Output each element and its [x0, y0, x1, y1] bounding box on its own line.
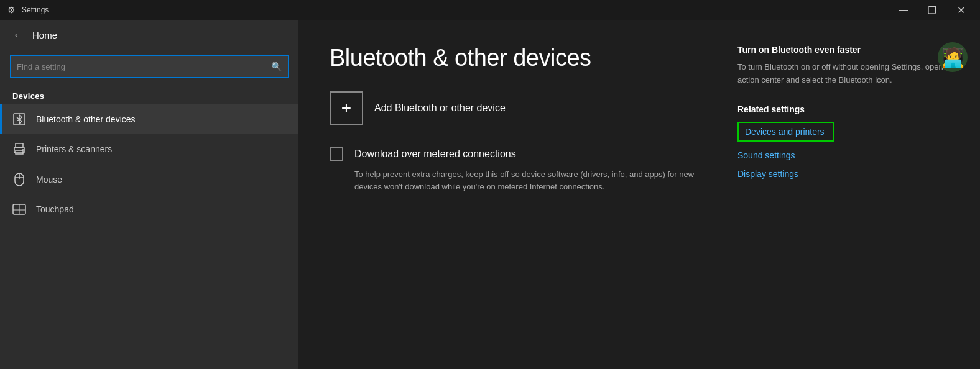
plus-icon-box: + [330, 91, 363, 125]
sidebar-item-touchpad[interactable]: Touchpad [0, 195, 298, 224]
metered-header: Download over metered connections [330, 147, 713, 161]
mouse-label: Mouse [36, 175, 62, 184]
metered-checkbox[interactable] [330, 147, 343, 161]
maximize-button[interactable]: ❐ [918, 0, 946, 20]
svg-rect-2 [16, 144, 23, 147]
main-content: Bluetooth & other devices + Add Bluetoot… [298, 20, 980, 369]
sound-settings-link[interactable]: Sound settings [737, 150, 949, 160]
touchpad-label: Touchpad [36, 204, 74, 214]
add-device-button[interactable]: + Add Bluetooth or other device [330, 91, 506, 125]
section-label: Devices [0, 85, 298, 104]
tip-title: Turn on Bluetooth even faster [737, 45, 949, 55]
add-device-label: Add Bluetooth or other device [374, 102, 506, 114]
search-icon: 🔍 [271, 62, 282, 71]
title-bar-controls: — ❐ ✕ [889, 0, 975, 20]
metered-description: To help prevent extra charges, keep this… [330, 168, 713, 193]
mouse-icon [12, 173, 26, 186]
bluetooth-label: Bluetooth & other devices [36, 114, 136, 124]
search-container: 🔍 [0, 50, 298, 85]
touchpad-icon [12, 204, 26, 215]
sidebar-item-printers[interactable]: Printers & scanners [0, 134, 298, 164]
tip-description: To turn Bluetooth on or off without open… [737, 61, 949, 87]
plus-icon: + [341, 98, 351, 118]
metered-title: Download over metered connections [354, 148, 516, 160]
metered-section: Download over metered connections To hel… [330, 147, 713, 193]
bluetooth-icon [12, 113, 26, 125]
sidebar-back-home[interactable]: ← Home [0, 20, 298, 50]
page-title: Bluetooth & other devices [330, 45, 713, 71]
close-button[interactable]: ✕ [946, 0, 975, 20]
svg-rect-3 [16, 150, 23, 154]
sidebar-item-bluetooth[interactable]: Bluetooth & other devices [0, 104, 298, 134]
back-arrow-icon: ← [12, 29, 24, 42]
sidebar-item-mouse[interactable]: Mouse [0, 164, 298, 195]
printers-label: Printers & scanners [36, 144, 112, 154]
title-bar: ⚙ Settings — ❐ ✕ [0, 0, 980, 20]
search-input[interactable] [17, 62, 266, 71]
home-label: Home [32, 30, 57, 40]
printer-icon [12, 143, 26, 155]
sidebar: ← Home 🔍 Devices Bluetooth & other devic… [0, 20, 298, 369]
settings-icon: ⚙ [7, 5, 16, 15]
app-body: ← Home 🔍 Devices Bluetooth & other devic… [0, 20, 980, 369]
search-box: 🔍 [10, 55, 289, 78]
title-bar-title: Settings [22, 6, 49, 14]
display-settings-link[interactable]: Display settings [737, 169, 949, 179]
content-left: Bluetooth & other devices + Add Bluetoot… [330, 45, 713, 350]
avatar: 🧑‍💻 [938, 42, 968, 72]
devices-printers-link[interactable]: Devices and printers [737, 122, 834, 142]
content-right: 🧑‍💻 Turn on Bluetooth even faster To tur… [737, 45, 949, 350]
related-settings-title: Related settings [737, 104, 949, 114]
title-bar-left: ⚙ Settings [0, 5, 49, 15]
svg-point-4 [22, 149, 24, 150]
minimize-button[interactable]: — [889, 0, 918, 20]
